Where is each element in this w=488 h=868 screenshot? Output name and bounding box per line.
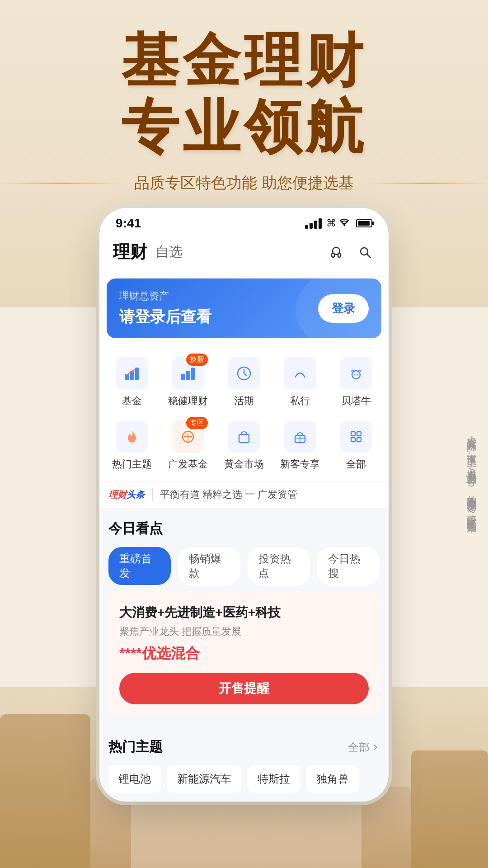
news-ticker: 理财头条 平衡有道 精粹之选 一 广发资管 <box>99 481 389 508</box>
hero-section: 基金理财 专业领航 品质专区特色功能 助您便捷选基 <box>0 27 488 193</box>
icon-grid: 基金 换新 稳健理财 <box>99 345 389 481</box>
svg-rect-11 <box>191 368 195 380</box>
section-spacer-2 <box>99 726 389 730</box>
hot-topics-header: 热门主题 全部 <box>99 730 389 761</box>
grid-item-all[interactable]: 全部 <box>328 414 384 477</box>
hero-subtitle: 品质专区特色功能 助您便捷选基 <box>123 173 364 193</box>
new-client-icon <box>284 420 316 453</box>
today-header: 今日看点 <box>99 511 389 542</box>
tab-new-launch[interactable]: 重磅首发 <box>108 547 171 585</box>
svg-rect-25 <box>351 438 355 442</box>
deco-block-left <box>0 714 90 868</box>
today-title: 今日看点 <box>108 519 163 538</box>
fund-card-name: ****优选混合 <box>119 644 369 664</box>
ticker-divider <box>152 488 153 501</box>
private-label: 私行 <box>290 394 310 408</box>
new-client-label: 新客专享 <box>280 458 320 471</box>
all-icon <box>340 420 372 453</box>
hot-tags: 锂电池 新能源汽车 特斯拉 独角兽 <box>99 761 389 802</box>
tab-bestseller[interactable]: 畅销爆款 <box>178 547 240 585</box>
ticker-text: 平衡有道 精粹之选 一 广发资管 <box>160 488 380 501</box>
svg-rect-24 <box>357 432 361 436</box>
grid-item-gold[interactable]: 黄金市场 <box>216 414 272 477</box>
svg-rect-2 <box>332 253 334 257</box>
guangfa-badge: 专区 <box>186 417 208 429</box>
hot-more[interactable]: 全部 <box>348 740 380 755</box>
all-label: 全部 <box>346 458 366 471</box>
svg-rect-10 <box>186 371 190 380</box>
search-icon[interactable] <box>355 242 375 262</box>
tab-hot-invest[interactable]: 投资热点 <box>248 547 310 585</box>
wifi-icon: ⌘ <box>326 217 350 229</box>
status-icons: ⌘ <box>305 217 372 229</box>
section-spacer-1 <box>99 508 389 511</box>
fund-card-button[interactable]: 开售提醒 <box>119 673 369 704</box>
phone-mockup: 9:41 ⌘ <box>99 208 389 802</box>
stable-label: 稳健理财 <box>168 394 208 408</box>
hot-theme-icon <box>116 420 148 453</box>
grid-item-fund[interactable]: 基金 <box>104 351 160 414</box>
fund-card: 大消费+先进制造+医药+科技 聚焦产业龙头 把握质量发展 ****优选混合 开售… <box>107 591 381 715</box>
fund-card-subtitle: 聚焦产业龙头 把握质量发展 <box>119 625 369 638</box>
svg-point-0 <box>344 225 345 226</box>
login-button[interactable]: 登录 <box>318 294 369 323</box>
banner-main-text: 请登录后查看 <box>119 307 211 327</box>
current-label: 活期 <box>234 394 254 408</box>
hot-theme-label: 热门主题 <box>112 458 152 471</box>
signal-icon <box>305 218 322 229</box>
battery-icon <box>356 219 372 227</box>
grid-item-new-client[interactable]: 新客专享 <box>272 414 328 477</box>
nav-title-main[interactable]: 理财 <box>113 241 147 264</box>
grid-item-stable[interactable]: 换新 稳健理财 <box>160 351 216 414</box>
svg-rect-19 <box>239 434 249 443</box>
gold-icon <box>228 420 260 453</box>
hero-line-left <box>0 183 123 184</box>
hero-title: 基金理财 专业领航 <box>0 27 488 160</box>
grid-item-private[interactable]: 私行 <box>272 351 328 414</box>
hero-line-right <box>365 183 488 184</box>
svg-rect-9 <box>181 374 185 380</box>
grid-item-guangfa[interactable]: 专区 广发基金 <box>160 414 216 477</box>
tab-hot-search[interactable]: 今日热搜 <box>317 547 380 585</box>
svg-point-15 <box>357 374 358 376</box>
nav-title-sub[interactable]: 自选 <box>155 243 183 261</box>
grid-item-current[interactable]: 活期 <box>216 351 272 414</box>
grid-item-beitaniu[interactable]: 贝塔牛 <box>328 351 384 414</box>
guangfa-icon: 专区 <box>172 420 204 453</box>
headset-icon[interactable] <box>326 242 346 262</box>
stable-badge: 换新 <box>186 354 208 366</box>
hero-sub-wrap: 品质专区特色功能 助您便捷选基 <box>0 173 488 193</box>
svg-rect-3 <box>338 253 341 257</box>
hot-tag-unicorn[interactable]: 独角兽 <box>306 765 359 793</box>
status-bar: 9:41 ⌘ <box>99 208 389 235</box>
svg-point-13 <box>352 371 360 379</box>
svg-rect-26 <box>357 438 361 442</box>
hot-tag-tesla[interactable]: 特斯拉 <box>248 765 300 793</box>
asset-banner: 理财总资产 请登录后查看 登录 <box>107 278 381 338</box>
svg-line-5 <box>367 254 371 258</box>
fund-card-title: 大消费+先进制造+医药+科技 <box>119 604 369 621</box>
gold-label: 黄金市场 <box>224 458 264 471</box>
private-icon <box>284 357 316 390</box>
beitaniu-label: 贝塔牛 <box>341 394 371 408</box>
fund-icon <box>116 357 148 390</box>
hero-title-line1: 基金理财 <box>0 27 488 94</box>
hot-tag-lithium[interactable]: 锂电池 <box>108 765 161 793</box>
deco-block-right <box>411 750 488 868</box>
guangfa-label: 广发基金 <box>168 458 208 471</box>
svg-point-14 <box>354 374 356 376</box>
fund-label: 基金 <box>122 394 142 408</box>
svg-rect-8 <box>135 368 139 380</box>
ticker-brand: 理财头条 <box>108 489 145 501</box>
phone-body: 9:41 ⌘ <box>99 208 389 802</box>
app-nav: 理财 自选 <box>99 235 389 271</box>
stable-icon: 换新 <box>172 357 204 390</box>
current-icon <box>228 357 260 390</box>
hero-title-line2: 专业领航 <box>0 94 488 160</box>
status-time: 9:41 <box>116 216 141 231</box>
grid-item-hot-theme[interactable]: 热门主题 <box>104 414 160 477</box>
hot-tag-ev[interactable]: 新能源汽车 <box>167 765 241 793</box>
banner-left: 理财总资产 请登录后查看 <box>119 289 211 327</box>
side-disclaimer: 投资皆有风险，应谨慎至上。以上有关易淘金App的功能介绍仅供参考，请以实际上线内… <box>464 429 480 527</box>
beitaniu-icon <box>340 357 372 390</box>
